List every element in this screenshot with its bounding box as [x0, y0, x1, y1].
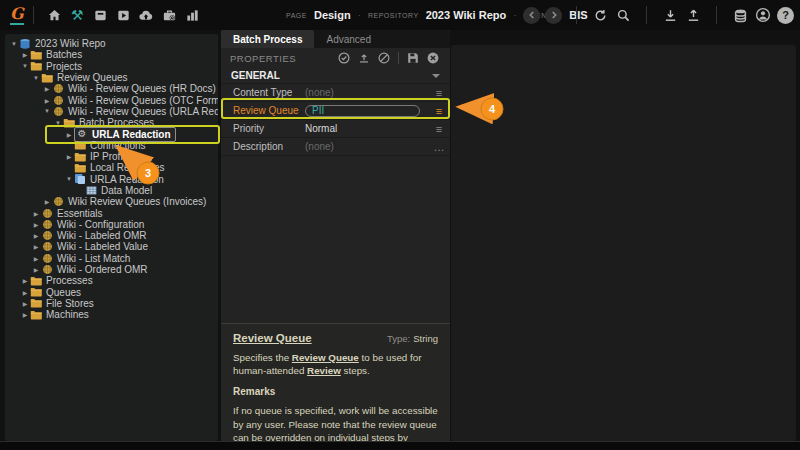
tree-item-label: URLA Redaction	[92, 129, 171, 140]
tree-item-wiki-review-queues-invoices[interactable]: ▶Wiki Review Queues (Invoices)	[5, 196, 218, 207]
expander-collapsed-icon[interactable]: ▶	[42, 85, 52, 92]
cancel-icon[interactable]	[425, 50, 441, 66]
expander-collapsed-icon[interactable]: ▶	[31, 210, 41, 217]
dropdown-menu-icon[interactable]: ≡	[428, 123, 450, 135]
tree-item-wiki-review-queues-urla-redaction[interactable]: ▼Wiki - Review Queues (URLA Redaction)	[5, 106, 218, 117]
property-value[interactable]: PII	[305, 105, 428, 117]
database-icon[interactable]	[731, 6, 749, 24]
expander-collapsed-icon[interactable]: ▶	[42, 198, 52, 205]
tree-item-wiki-labeled-omr[interactable]: ▶Wiki - Labeled OMR	[5, 230, 218, 241]
stats-icon[interactable]	[181, 5, 204, 25]
project-icon	[52, 95, 64, 106]
save-icon[interactable]	[405, 50, 421, 66]
imports-icon[interactable]	[135, 5, 158, 25]
property-row-description[interactable]: Description(none)…	[221, 137, 450, 155]
tree-item-wiki-ordered-omr[interactable]: ▶Wiki - Ordered OMR	[5, 264, 218, 275]
tree-item-projects[interactable]: ▼Projects	[5, 61, 218, 72]
back-button-icon[interactable]	[523, 7, 540, 24]
expander-collapsed-icon[interactable]: ▶	[64, 131, 74, 138]
tree-item-2023-wiki-repo[interactable]: ▼2023 Wiki Repo	[5, 38, 218, 49]
expander-collapsed-icon[interactable]: ▶	[31, 266, 41, 273]
help-icon[interactable]: ?	[777, 7, 794, 24]
download-icon[interactable]	[661, 6, 679, 24]
tree-item-queues[interactable]: ▶Queues	[5, 287, 218, 298]
expander-collapsed-icon[interactable]: ▶	[31, 255, 41, 262]
repository-value[interactable]: 2023 Wiki Repo	[426, 9, 507, 21]
tree-item-local-resources[interactable]: Local Resources	[5, 162, 218, 173]
tree-item-data-model[interactable]: Data Model	[5, 185, 218, 196]
expander-collapsed-icon[interactable]: ▶	[64, 153, 74, 160]
review-queue-link[interactable]: Review Queue	[292, 352, 359, 363]
tree-item-label: Queues	[46, 287, 81, 298]
property-value[interactable]: (none)	[305, 87, 428, 98]
expander-collapsed-icon[interactable]: ▶	[20, 289, 30, 296]
tab-batch-process[interactable]: Batch Process	[221, 30, 314, 48]
tree-item-ip-profiles[interactable]: ▶IP Profiles	[5, 151, 218, 162]
tree-item-urla-redaction[interactable]: ▶⚙URLA Redaction	[5, 128, 218, 139]
batches-icon[interactable]	[89, 5, 112, 25]
tree-item-wiki-review-queues-hr-docs[interactable]: ▶Wiki - Review Queues (HR Docs)	[5, 83, 218, 94]
grooper-logo[interactable]: G	[10, 6, 24, 25]
dropdown-menu-icon[interactable]: ≡	[428, 87, 450, 99]
expander-collapsed-icon[interactable]: ▶	[31, 243, 41, 250]
property-row-content-type[interactable]: Content Type(none)≡	[221, 83, 450, 101]
property-value[interactable]: Normal	[305, 123, 428, 134]
node-tree: ▼2023 Wiki Repo▶Batches▼Projects▼Review …	[5, 38, 218, 320]
property-row-review-queue[interactable]: Review QueuePII≡	[221, 101, 450, 119]
group-header-general[interactable]: GENERAL	[221, 68, 450, 83]
upload-icon[interactable]	[684, 6, 702, 24]
review-queue-value-editor[interactable]: PII	[305, 105, 420, 117]
tree-item-wiki-list-match[interactable]: ▶Wiki - List Match	[5, 253, 218, 264]
expander-expanded-icon[interactable]: ▼	[53, 120, 63, 126]
property-row-priority[interactable]: PriorityNormal≡	[221, 119, 450, 137]
header-divider	[646, 6, 647, 24]
verify-icon[interactable]	[336, 50, 352, 66]
page-value[interactable]: Design	[314, 9, 351, 21]
tree-item-machines[interactable]: ▶Machines	[5, 309, 218, 320]
account-icon[interactable]	[754, 6, 772, 24]
expander-expanded-icon[interactable]: ▼	[64, 176, 74, 182]
expander-collapsed-icon[interactable]: ▶	[31, 221, 41, 228]
search-icon[interactable]	[614, 6, 632, 24]
tree-item-wiki-review-queues-otc-forms[interactable]: ▶Wiki - Review Queues (OTC Forms)	[5, 94, 218, 105]
tree-item-urla-redaction[interactable]: ▼URLA Redaction	[5, 174, 218, 185]
tree-item-processes[interactable]: ▶Processes	[5, 275, 218, 286]
separator-dot: ·	[513, 10, 516, 21]
expander-expanded-icon[interactable]: ▼	[42, 108, 52, 114]
expander-expanded-icon[interactable]: ▼	[31, 75, 41, 81]
tree-item-label: Wiki - Review Queues (HR Docs)	[68, 83, 216, 94]
unlink-icon[interactable]	[376, 50, 392, 66]
jobs-icon[interactable]	[158, 5, 181, 25]
property-value[interactable]: (none)	[305, 141, 428, 152]
tree-item-review-queues[interactable]: ▼Review Queues	[5, 72, 218, 83]
publish-icon[interactable]	[356, 50, 372, 66]
forward-button-icon[interactable]	[545, 7, 562, 24]
home-icon[interactable]	[43, 5, 66, 25]
node-tree-panel: ▼2023 Wiki Repo▶Batches▼Projects▼Review …	[5, 34, 218, 441]
tree-item-wiki-labeled-value[interactable]: ▶Wiki - Labeled Value	[5, 241, 218, 252]
tab-advanced[interactable]: Advanced	[314, 30, 382, 48]
folder-icon	[30, 49, 42, 60]
tree-item-label: Connections	[90, 140, 146, 151]
tree-item-batches[interactable]: ▶Batches	[5, 49, 218, 60]
tree-item-wiki-configuration[interactable]: ▶Wiki - Configuration	[5, 219, 218, 230]
review-icon[interactable]	[112, 5, 135, 25]
refresh-icon[interactable]	[591, 6, 609, 24]
project-icon	[41, 208, 53, 219]
ellipsis-button[interactable]: …	[428, 141, 450, 153]
expander-collapsed-icon[interactable]: ▶	[31, 232, 41, 239]
review-link[interactable]: Review	[307, 365, 341, 376]
expander-expanded-icon[interactable]: ▼	[9, 41, 19, 47]
expander-collapsed-icon[interactable]: ▶	[42, 97, 52, 104]
expander-collapsed-icon[interactable]: ▶	[20, 277, 30, 284]
group-header-label: GENERAL	[231, 70, 280, 81]
expander-collapsed-icon[interactable]: ▶	[20, 300, 30, 307]
expander-expanded-icon[interactable]: ▼	[20, 63, 30, 69]
tree-item-essentials[interactable]: ▶Essentials	[5, 207, 218, 218]
expander-collapsed-icon[interactable]: ▶	[20, 311, 30, 318]
design-tools-icon[interactable]: ⚒	[66, 5, 89, 25]
expander-collapsed-icon[interactable]: ▶	[20, 51, 30, 58]
tree-item-connections[interactable]: Connections	[5, 140, 218, 151]
dropdown-menu-icon[interactable]: ≡	[428, 105, 450, 117]
tree-item-file-stores[interactable]: ▶File Stores	[5, 298, 218, 309]
